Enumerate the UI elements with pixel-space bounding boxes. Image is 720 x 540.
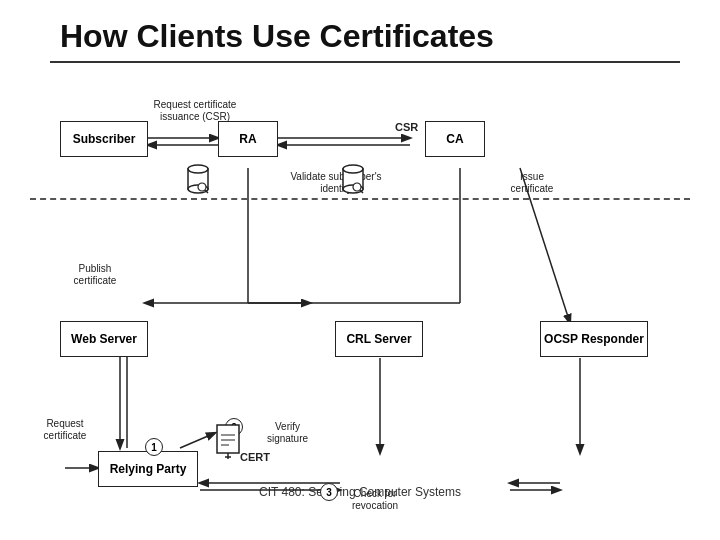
relyingparty-box: Relying Party xyxy=(98,451,198,487)
label-request-issuance: Request certificate issuance (CSR) xyxy=(140,99,250,123)
label-issue-cert: Issue certificate xyxy=(492,171,572,195)
svg-point-25 xyxy=(343,165,363,173)
label-csr: CSR xyxy=(395,121,418,134)
svg-point-27 xyxy=(353,183,361,191)
crl-label: CRL Server xyxy=(346,332,411,346)
label-cert: CERT xyxy=(240,451,270,464)
ca-label: CA xyxy=(446,132,463,146)
circle-3: 3 xyxy=(320,483,338,501)
ca-box: CA xyxy=(425,121,485,157)
subscriber-box: Subscriber xyxy=(60,121,148,157)
db-icon-ra xyxy=(340,161,366,195)
webserver-label: Web Server xyxy=(71,332,137,346)
db-icon-top-subscriber xyxy=(185,161,211,195)
crl-box: CRL Server xyxy=(335,321,423,357)
label-request-cert: Request certificate xyxy=(30,418,100,442)
webserver-box: Web Server xyxy=(60,321,148,357)
label-check-revocation: Check for revocation xyxy=(335,488,415,512)
relyingparty-label: Relying Party xyxy=(110,462,187,476)
ra-box: RA xyxy=(218,121,278,157)
ra-label: RA xyxy=(239,132,256,146)
svg-point-20 xyxy=(188,165,208,173)
ocsp-label: OCSP Responder xyxy=(544,332,644,346)
svg-rect-29 xyxy=(217,425,239,453)
page-title: How Clients Use Certificates xyxy=(0,0,720,61)
label-verify-sig: Verify signature xyxy=(250,421,325,445)
svg-point-22 xyxy=(198,183,206,191)
dashed-divider xyxy=(30,198,690,200)
cert-icon xyxy=(215,423,243,459)
subscriber-label: Subscriber xyxy=(73,132,136,146)
diagram-area: Subscriber RA CA Web Server CRL Server O… xyxy=(30,63,690,483)
svg-line-11 xyxy=(180,433,215,448)
label-validate: Validate subscriber's identity xyxy=(286,171,386,195)
ocsp-box: OCSP Responder xyxy=(540,321,648,357)
label-publish-cert: Publish certificate xyxy=(55,263,135,287)
circle-1: 1 xyxy=(145,438,163,456)
